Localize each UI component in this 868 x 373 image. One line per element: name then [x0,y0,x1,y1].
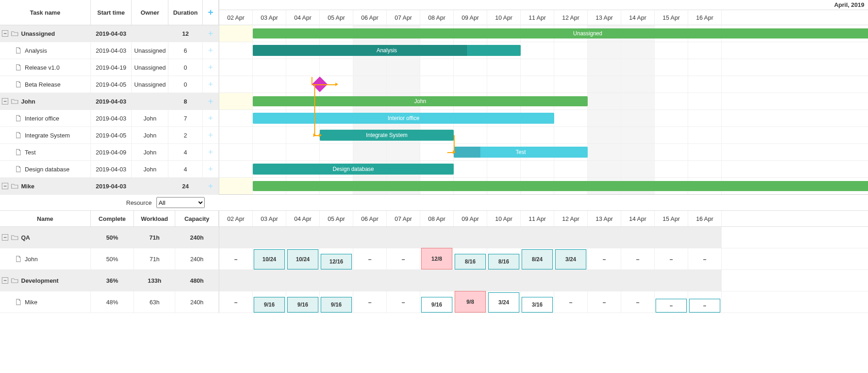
resource-name-label: Development [21,277,59,284]
cell-duration: 6 [168,42,203,59]
add-column-button[interactable]: + [203,0,219,25]
collapse-toggle[interactable]: − [2,234,8,241]
resource-load-cell [521,270,554,291]
cell-capacity: 240h [175,291,219,313]
resource-load-cell: 8/16 [487,248,521,269]
folder-icon [11,234,18,241]
document-icon [15,166,22,172]
cell-start: 2019-04-03 [91,161,132,177]
timeline-day-header: 05 Apr [320,10,353,25]
gantt-group-bar[interactable]: Unassigned [253,28,868,38]
resource-load-cell [554,227,588,248]
resource-load-cell: – [655,291,688,313]
timeline-day-header: 11 Apr [521,10,554,25]
task-group-row[interactable]: −John2019-04-038+ [0,93,219,110]
task-name-label: Design database [25,166,70,173]
resource-load-cell: – [387,248,420,269]
cell-complete: 50% [91,248,134,269]
task-name-label: Beta Release [25,81,61,88]
gantt-task-bar[interactable]: Analysis [253,45,521,56]
add-task-button[interactable]: + [203,42,219,59]
add-task-button[interactable]: + [203,25,219,42]
task-row[interactable]: Integrate System2019-04-05John2+ [0,127,219,144]
task-row[interactable]: Test2019-04-09John4+ [0,144,219,161]
cell-start: 2019-04-03 [91,42,132,59]
timeline-row [219,59,868,76]
gantt-group-bar[interactable] [253,181,868,191]
gantt-task-bar[interactable]: Test [454,147,588,158]
task-row[interactable]: Interior office2019-04-03John7+ [0,110,219,127]
add-task-button[interactable]: + [203,178,219,194]
collapse-toggle[interactable]: − [2,183,8,189]
task-name-label: Test [25,149,36,156]
resource-load-cell: – [621,291,655,313]
add-task-button[interactable]: + [203,93,219,110]
cell-owner: John [132,127,168,143]
resource-load-cell [353,227,387,248]
timeline-row [219,178,868,194]
resource-load-cell [487,227,521,248]
col-complete[interactable]: Complete [91,211,134,226]
resource-day-header: 10 Apr [487,211,521,226]
add-task-button[interactable]: + [203,110,219,126]
task-group-row[interactable]: −Mike2019-04-0324+ [0,178,219,195]
cell-owner: John [132,144,168,160]
resource-load-cell [286,227,320,248]
gantt-milestone[interactable] [312,77,328,92]
col-start-time[interactable]: Start time [91,0,132,25]
collapse-toggle[interactable]: − [2,277,8,284]
task-row[interactable]: Beta Release2019-04-05Unassigned0+ [0,76,219,93]
resource-group-row[interactable]: −QA50%71h240h [0,227,219,248]
col-duration[interactable]: Duration [168,0,203,25]
col-workload[interactable]: Workload [134,211,175,226]
col-name[interactable]: Name [0,211,91,226]
gantt-group-bar[interactable]: John [253,96,588,106]
resource-timeline: 02 Apr03 Apr04 Apr05 Apr06 Apr07 Apr08 A… [219,211,868,313]
task-group-row[interactable]: −Unassigned2019-04-0312+ [0,25,219,42]
add-task-button[interactable]: + [203,59,219,76]
resource-load-cell: – [588,248,621,269]
resource-load-cell: 8/24 [521,248,554,269]
document-icon [15,81,22,88]
task-row[interactable]: Analysis2019-04-03Unassigned6+ [0,42,219,59]
resource-load-cell [487,270,521,291]
resource-day-header: 06 Apr [353,211,387,226]
resource-load-cell: – [688,291,722,313]
col-capacity[interactable]: Capacity [175,211,219,226]
task-row[interactable]: Release v1.02019-04-19Unassigned0+ [0,59,219,76]
add-task-button[interactable]: + [203,161,219,177]
document-icon [15,64,22,71]
col-owner[interactable]: Owner [132,0,168,25]
resource-row[interactable]: Mike48%63h240h [0,291,219,313]
resource-day-header: 07 Apr [387,211,420,226]
col-task-name[interactable]: Task name [0,0,91,25]
gantt-task-bar[interactable]: Integrate System [320,130,454,141]
collapse-toggle[interactable]: − [2,98,8,104]
resource-timeline-row: –10/2410/2412/16––12/88/168/168/243/24––… [219,248,868,270]
gantt-task-bar[interactable]: Design database [253,164,454,175]
resource-load-cell: 12/8 [420,248,454,269]
collapse-toggle[interactable]: − [2,30,8,37]
resource-load-cell: – [219,291,253,313]
timeline-row: John [219,93,868,110]
timeline-day-header: 10 Apr [487,10,521,25]
add-task-button[interactable]: + [203,76,219,93]
resource-filter-select[interactable]: All [156,197,205,208]
folder-icon [11,98,18,104]
resource-group-row[interactable]: −Development36%133h480h [0,270,219,291]
resource-day-header: 05 Apr [320,211,353,226]
timeline-day-header: 08 Apr [420,10,454,25]
cell-complete: 36% [91,270,134,291]
task-name-label: Mike [21,183,34,190]
task-row[interactable]: Design database2019-04-03John4+ [0,161,219,178]
add-task-button[interactable]: + [203,127,219,143]
resource-row[interactable]: John50%71h240h [0,248,219,270]
timeline-day-header: 06 Apr [353,10,387,25]
cell-owner: Unassigned [132,42,168,59]
resource-day-header: 09 Apr [454,211,487,226]
cell-workload: 71h [134,248,175,269]
cell-capacity: 240h [175,248,219,269]
add-task-button[interactable]: + [203,144,219,160]
resource-filter-label: Resource [126,199,152,206]
gantt-task-bar[interactable]: Interior office [253,113,554,124]
